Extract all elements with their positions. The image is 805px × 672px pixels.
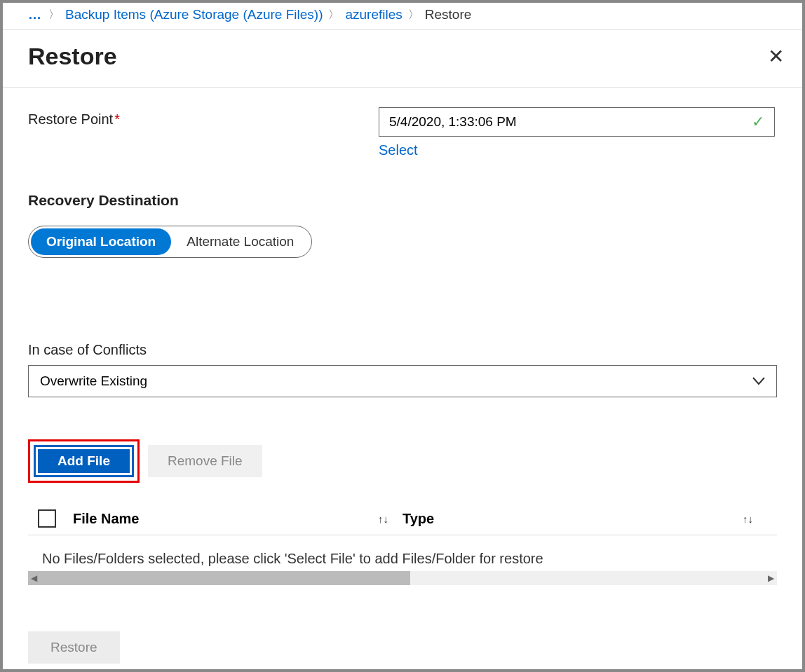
column-file-name[interactable]: File Name ↑↓ [73, 511, 402, 527]
chevron-right-icon: 〉 [408, 8, 419, 22]
files-table: File Name ↑↓ Type ↑↓ No Files/Folders se… [28, 502, 777, 585]
empty-table-message: No Files/Folders selected, please click … [28, 535, 777, 567]
page-title: Restore [28, 43, 117, 70]
chevron-right-icon: 〉 [48, 8, 60, 22]
sort-icon[interactable]: ↑↓ [743, 513, 767, 525]
original-location-option[interactable]: Original Location [31, 228, 171, 255]
breadcrumb-backup-items[interactable]: Backup Items (Azure Storage (Azure Files… [65, 7, 323, 22]
breadcrumb: … 〉 Backup Items (Azure Storage (Azure F… [3, 3, 802, 30]
chevron-down-icon [752, 374, 765, 389]
checkmark-icon: ✓ [752, 113, 764, 131]
breadcrumb-current: Restore [425, 7, 472, 22]
horizontal-scrollbar[interactable]: ◀ ▶ [28, 571, 777, 585]
column-type[interactable]: Type ↑↓ [402, 511, 767, 527]
chevron-right-icon: 〉 [328, 8, 339, 22]
remove-file-button: Remove File [148, 445, 262, 477]
breadcrumb-azurefiles[interactable]: azurefiles [345, 7, 402, 22]
conflicts-value: Overwrite Existing [40, 373, 147, 389]
sort-icon[interactable]: ↑↓ [378, 513, 402, 525]
restore-point-input[interactable]: 5/4/2020, 1:33:06 PM ✓ [379, 107, 775, 137]
scrollbar-thumb[interactable] [28, 571, 410, 585]
scroll-right-icon[interactable]: ▶ [765, 573, 777, 583]
conflicts-label: In case of Conflicts [28, 342, 777, 358]
recovery-destination-toggle: Original Location Alternate Location [28, 226, 312, 258]
table-header-row: File Name ↑↓ Type ↑↓ [28, 502, 777, 535]
add-file-button[interactable]: Add File [36, 447, 132, 475]
recovery-destination-label: Recovery Destination [28, 192, 777, 209]
breadcrumb-ellipsis[interactable]: … [28, 7, 43, 22]
conflicts-dropdown[interactable]: Overwrite Existing [28, 365, 777, 397]
page-header: Restore ✕ [3, 30, 802, 88]
restore-button: Restore [28, 631, 120, 664]
scroll-left-icon[interactable]: ◀ [28, 573, 40, 583]
restore-point-value: 5/4/2020, 1:33:06 PM [389, 114, 517, 130]
alternate-location-option[interactable]: Alternate Location [171, 228, 309, 255]
select-all-checkbox[interactable] [38, 509, 56, 528]
footer: Restore [3, 617, 802, 669]
add-file-highlight: Add File [28, 439, 140, 483]
select-restore-point-link[interactable]: Select [379, 142, 418, 158]
restore-point-label: Restore Point* [28, 107, 379, 128]
close-icon[interactable]: ✕ [768, 45, 784, 68]
required-asterisk: * [114, 111, 120, 127]
